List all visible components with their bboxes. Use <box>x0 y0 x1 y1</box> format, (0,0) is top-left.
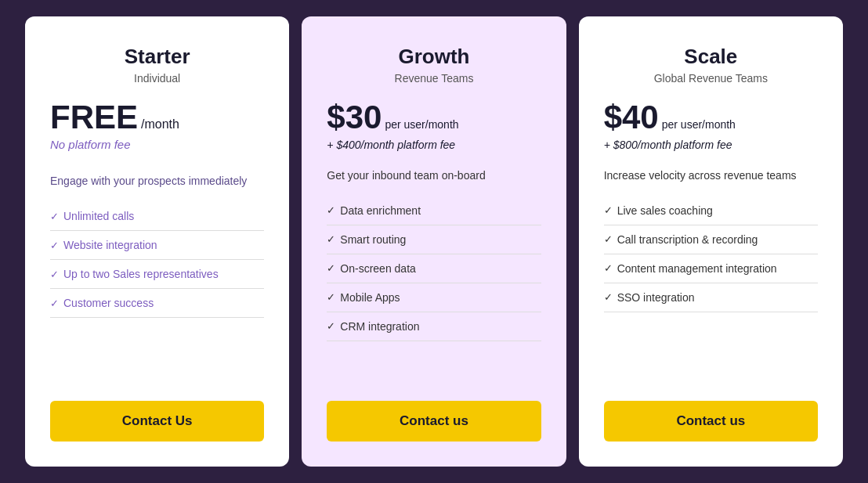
feature-label: Smart routing <box>340 233 406 246</box>
growth-card: Growth Revenue Teams $30 per user/month … <box>302 16 566 467</box>
check-icon: ✓ <box>604 262 613 274</box>
feature-label: On-screen data <box>340 262 416 275</box>
feature-label: Website integration <box>63 239 157 251</box>
check-icon: ✓ <box>50 240 59 251</box>
check-icon: ✓ <box>327 262 335 274</box>
starter-features-list: ✓ Unlimited calls ✓ Website integration … <box>50 202 264 382</box>
list-item: ✓ Content management integration <box>604 254 818 283</box>
check-icon: ✓ <box>604 204 613 216</box>
scale-price-amount: $40 <box>604 99 659 136</box>
scale-cta-button[interactable]: Contact us <box>604 401 818 442</box>
list-item: ✓ Call transcription & recording <box>604 225 818 254</box>
starter-description: Engage with your prospects immediately <box>50 173 264 189</box>
list-item: ✓ Live sales coaching <box>604 196 818 225</box>
growth-price-amount: $30 <box>327 99 382 136</box>
feature-label: Data enrichment <box>340 204 421 217</box>
check-icon: ✓ <box>327 233 335 245</box>
starter-price-free: FREE <box>50 99 138 136</box>
growth-price-main: $30 per user/month <box>327 99 541 136</box>
growth-title: Growth <box>327 45 541 69</box>
growth-features-list: ✓ Data enrichment ✓ Smart routing ✓ On-s… <box>327 196 541 382</box>
feature-label: Customer success <box>63 297 154 309</box>
growth-price-per: per user/month <box>385 118 458 131</box>
check-icon: ✓ <box>50 211 59 222</box>
starter-price-suffix: /month <box>141 117 179 132</box>
check-icon: ✓ <box>327 204 335 216</box>
scale-platform-fee: + $800/month platform fee <box>604 138 818 153</box>
growth-platform-fee: + $400/month platform fee <box>327 138 541 153</box>
check-icon: ✓ <box>604 291 613 303</box>
list-item: ✓ Data enrichment <box>327 196 541 225</box>
scale-price-per: per user/month <box>662 118 736 131</box>
growth-cta-button[interactable]: Contact us <box>327 401 541 442</box>
feature-label: Content management integration <box>617 262 777 275</box>
check-icon: ✓ <box>50 297 59 309</box>
scale-subtitle: Global Revenue Teams <box>604 72 818 85</box>
feature-label: Up to two Sales representatives <box>63 268 219 280</box>
starter-price-block: FREE /month No platform fee <box>50 99 264 159</box>
growth-price-block: $30 per user/month + $400/month platform… <box>327 99 541 153</box>
list-item: ✓ CRM integration <box>327 312 541 341</box>
pricing-container: Starter Individual FREE /month No platfo… <box>19 16 849 467</box>
check-icon: ✓ <box>50 269 59 280</box>
check-icon: ✓ <box>327 291 335 303</box>
check-icon: ✓ <box>604 233 613 245</box>
list-item: ✓ Website integration <box>50 231 264 260</box>
list-item: ✓ Up to two Sales representatives <box>50 260 264 289</box>
scale-card: Scale Global Revenue Teams $40 per user/… <box>579 16 843 467</box>
starter-subtitle: Individual <box>50 72 264 85</box>
list-item: ✓ Customer success <box>50 289 264 318</box>
feature-label: CRM integration <box>340 320 419 333</box>
starter-title: Starter <box>50 45 264 69</box>
list-item: ✓ Unlimited calls <box>50 202 264 231</box>
feature-label: Live sales coaching <box>617 204 713 217</box>
growth-subtitle: Revenue Teams <box>327 72 541 85</box>
scale-price-block: $40 per user/month + $800/month platform… <box>604 99 818 153</box>
starter-platform-fee: No platform fee <box>50 138 264 151</box>
scale-title: Scale <box>604 45 818 69</box>
feature-label: Unlimited calls <box>63 210 134 222</box>
list-item: ✓ SSO integration <box>604 283 818 312</box>
feature-label: Mobile Apps <box>340 291 400 304</box>
scale-description: Increase velocity across revenue teams <box>604 168 818 184</box>
starter-price-main: FREE /month <box>50 99 264 136</box>
feature-label: SSO integration <box>617 291 695 304</box>
starter-card: Starter Individual FREE /month No platfo… <box>25 16 289 467</box>
check-icon: ✓ <box>327 320 335 332</box>
feature-label: Call transcription & recording <box>617 233 758 246</box>
list-item: ✓ Smart routing <box>327 225 541 254</box>
growth-description: Get your inbound team on-board <box>327 168 541 184</box>
list-item: ✓ Mobile Apps <box>327 283 541 312</box>
scale-features-list: ✓ Live sales coaching ✓ Call transcripti… <box>604 196 818 382</box>
starter-cta-button[interactable]: Contact Us <box>50 401 264 442</box>
list-item: ✓ On-screen data <box>327 254 541 283</box>
scale-price-main: $40 per user/month <box>604 99 818 136</box>
